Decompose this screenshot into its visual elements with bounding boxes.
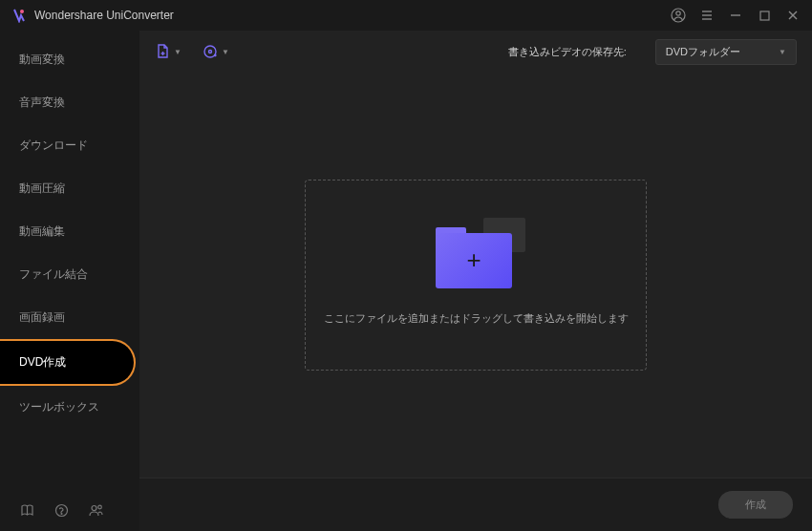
account-icon[interactable] — [671, 8, 686, 23]
sidebar-item-label: 動画圧縮 — [19, 181, 65, 195]
app-title: Wondershare UniConverter — [34, 9, 174, 22]
save-destination-select[interactable]: DVDフォルダー ▼ — [655, 39, 797, 65]
svg-point-12 — [61, 513, 62, 514]
svg-point-14 — [97, 505, 101, 509]
sidebar-item-label: 動画変換 — [19, 53, 65, 66]
svg-point-2 — [676, 11, 680, 15]
minimize-button[interactable] — [728, 8, 743, 23]
sidebar-item-label: 動画編集 — [19, 224, 65, 238]
footer: 作成 — [139, 478, 812, 531]
sidebar-item-label: 音声変換 — [19, 96, 65, 109]
sidebar-item-record[interactable]: 画面録画 — [0, 296, 139, 339]
maximize-button[interactable] — [757, 8, 772, 23]
chevron-down-icon: ▼ — [222, 48, 229, 56]
chevron-down-icon: ▼ — [174, 48, 182, 56]
sidebar-item-label: ダウンロード — [19, 138, 88, 152]
sidebar-item-toolbox[interactable]: ツールボックス — [0, 386, 139, 429]
create-button[interactable]: 作成 — [718, 491, 793, 519]
create-button-label: 作成 — [745, 499, 766, 510]
sidebar: 動画変換 音声変換 ダウンロード 動画圧縮 動画編集 ファイル結合 画面録画 D… — [0, 31, 139, 531]
sidebar-item-compress[interactable]: 動画圧縮 — [0, 167, 139, 210]
svg-rect-7 — [760, 11, 769, 20]
content: ▼ ▼ 書き込みビデオの保存先: DVDフォルダー ▼ + ここにファイルを追加… — [139, 31, 812, 531]
chevron-down-icon: ▼ — [779, 48, 786, 56]
titlebar: Wondershare UniConverter — [0, 0, 812, 31]
dropzone[interactable]: + ここにファイルを追加またはドラッグして書き込みを開始します — [305, 180, 647, 371]
app-logo-icon — [11, 8, 27, 23]
sidebar-item-dvd[interactable]: DVD作成 — [0, 339, 136, 386]
svg-point-13 — [92, 505, 96, 510]
close-button[interactable] — [785, 8, 801, 23]
user-icon[interactable] — [88, 502, 103, 518]
sidebar-item-label: ファイル結合 — [19, 267, 88, 281]
toolbar: ▼ ▼ 書き込みビデオの保存先: DVDフォルダー ▼ — [139, 31, 812, 73]
add-file-button[interactable]: ▼ — [155, 44, 182, 59]
menu-icon[interactable] — [699, 8, 715, 23]
svg-point-0 — [20, 10, 24, 13]
sidebar-item-label: DVD作成 — [19, 355, 66, 369]
save-destination-label: 書き込みビデオの保存先: — [508, 45, 627, 59]
sidebar-item-video-convert[interactable]: 動画変換 — [0, 38, 139, 81]
sidebar-item-label: 画面録画 — [19, 310, 65, 324]
add-disc-button[interactable]: ▼ — [203, 44, 229, 59]
sidebar-item-edit[interactable]: 動画編集 — [0, 210, 139, 253]
help-icon[interactable] — [53, 502, 69, 518]
sidebar-item-audio-convert[interactable]: 音声変換 — [0, 81, 139, 124]
sidebar-item-label: ツールボックス — [19, 400, 99, 414]
sidebar-item-merge[interactable]: ファイル結合 — [0, 253, 139, 296]
save-destination-value: DVDフォルダー — [666, 45, 740, 59]
guide-icon[interactable] — [19, 502, 34, 518]
dropzone-text: ここにファイルを追加またはドラッグして書き込みを開始します — [324, 311, 629, 326]
sidebar-item-download[interactable]: ダウンロード — [0, 124, 139, 167]
svg-point-18 — [208, 51, 211, 53]
add-folder-icon: + — [436, 225, 516, 292]
